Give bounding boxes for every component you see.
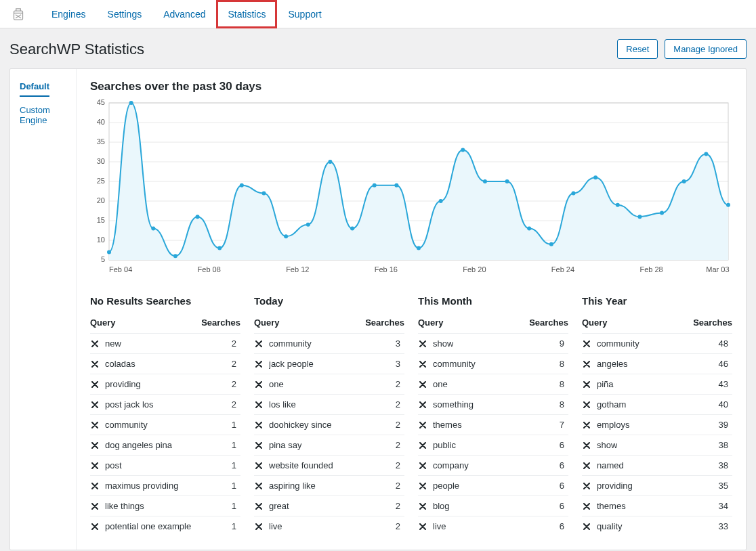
ignore-query-icon[interactable] — [90, 420, 100, 430]
ignore-query-icon[interactable] — [582, 441, 591, 450]
search-count: 1 — [232, 460, 240, 470]
table-row: blog6 — [418, 495, 568, 516]
ignore-query-icon[interactable] — [418, 481, 427, 491]
ignore-query-icon[interactable] — [254, 441, 264, 450]
query-text: pina say — [269, 440, 301, 450]
svg-text:30: 30 — [97, 157, 105, 165]
ignore-query-icon[interactable] — [418, 461, 427, 470]
ignore-query-icon[interactable] — [582, 461, 591, 470]
ignore-query-icon[interactable] — [90, 461, 100, 470]
ignore-query-icon[interactable] — [582, 359, 591, 369]
svg-point-32 — [373, 183, 377, 188]
ignore-query-icon[interactable] — [418, 359, 427, 369]
nav-tab-advanced[interactable]: Advanced — [152, 1, 216, 28]
ignore-query-icon[interactable] — [418, 522, 427, 531]
query-text: show — [597, 440, 617, 450]
svg-text:5: 5 — [101, 255, 105, 263]
ignore-query-icon[interactable] — [418, 441, 427, 450]
table-row: dog angeles pina1 — [90, 435, 240, 455]
table-header: QuerySearches — [418, 312, 568, 333]
page-title: SearchWP Statistics — [9, 41, 144, 58]
ignore-query-icon[interactable] — [254, 400, 264, 410]
ignore-query-icon[interactable] — [418, 339, 427, 349]
svg-text:25: 25 — [97, 177, 105, 185]
col-query: Query — [418, 317, 444, 328]
ignore-query-icon[interactable] — [90, 502, 100, 511]
ignore-query-icon[interactable] — [254, 461, 264, 470]
search-count: 7 — [560, 420, 568, 430]
ignore-query-icon[interactable] — [254, 380, 264, 389]
query-text: show — [433, 338, 453, 349]
query-text: aspiring like — [269, 481, 316, 491]
reset-button[interactable]: Reset — [617, 39, 658, 59]
manage-ignored-button[interactable]: Manage Ignored — [665, 39, 747, 59]
ignore-query-icon[interactable] — [90, 359, 100, 369]
ignore-query-icon[interactable] — [582, 380, 591, 389]
search-count: 48 — [719, 338, 732, 349]
ignore-query-icon[interactable] — [90, 380, 100, 389]
svg-point-26 — [240, 183, 244, 188]
sidebar-item-custom-engine[interactable]: Custom Engine — [20, 102, 66, 129]
ignore-query-icon[interactable] — [582, 339, 591, 349]
ignore-query-icon[interactable] — [90, 400, 100, 410]
nav-tab-settings[interactable]: Settings — [97, 1, 153, 28]
query-text: los like — [269, 399, 296, 410]
table-row: live6 — [418, 516, 568, 536]
ignore-query-icon[interactable] — [418, 380, 427, 389]
ignore-query-icon[interactable] — [418, 502, 427, 511]
svg-text:Feb 20: Feb 20 — [463, 265, 486, 273]
svg-point-27 — [262, 191, 266, 195]
search-count: 38 — [719, 440, 732, 450]
query-text: maximus providing — [105, 481, 178, 491]
query-text: community — [269, 338, 312, 349]
ignore-query-icon[interactable] — [90, 339, 100, 349]
table-row: something8 — [418, 394, 568, 414]
table-row: pina say2 — [254, 435, 404, 455]
svg-text:15: 15 — [97, 216, 105, 224]
stats-tables: No Results SearchesQuerySearchesnew2cola… — [90, 295, 732, 536]
search-count: 2 — [396, 521, 404, 531]
svg-text:Feb 16: Feb 16 — [375, 265, 398, 273]
table-header: QuerySearches — [254, 312, 404, 333]
ignore-query-icon[interactable] — [582, 502, 591, 511]
ignore-query-icon[interactable] — [418, 420, 427, 430]
ignore-query-icon[interactable] — [254, 359, 264, 369]
ignore-query-icon[interactable] — [418, 400, 427, 410]
table-row: show38 — [582, 435, 732, 455]
ignore-query-icon[interactable] — [254, 502, 264, 511]
col-searches: Searches — [693, 317, 732, 328]
ignore-query-icon[interactable] — [582, 400, 591, 410]
ignore-query-icon[interactable] — [254, 420, 264, 430]
table-row: angeles46 — [582, 353, 732, 374]
query-text: community — [597, 338, 639, 349]
search-count: 1 — [232, 501, 240, 511]
nav-tab-support[interactable]: Support — [277, 1, 332, 28]
ignore-query-icon[interactable] — [254, 339, 264, 349]
table-row: show9 — [418, 333, 568, 353]
query-text: community — [433, 359, 476, 369]
svg-text:40: 40 — [97, 118, 105, 126]
search-count: 2 — [232, 379, 240, 389]
ignore-query-icon[interactable] — [254, 522, 264, 531]
table-row: themes34 — [582, 495, 732, 516]
nav-tabs: EnginesSettingsAdvancedStatisticsSupport — [41, 1, 333, 28]
nav-tab-engines[interactable]: Engines — [41, 1, 97, 28]
nav-tab-statistics[interactable]: Statistics — [216, 0, 277, 28]
query-text: like things — [105, 501, 144, 511]
search-count: 46 — [719, 359, 732, 369]
svg-point-22 — [151, 227, 155, 231]
svg-point-31 — [350, 227, 354, 231]
ignore-query-icon[interactable] — [582, 420, 591, 430]
ignore-query-icon[interactable] — [90, 481, 100, 491]
svg-point-23 — [173, 254, 177, 258]
ignore-query-icon[interactable] — [582, 481, 591, 491]
ignore-query-icon[interactable] — [254, 481, 264, 491]
ignore-query-icon[interactable] — [582, 522, 591, 531]
table-header: QuerySearches — [582, 312, 732, 333]
sidebar-item-default[interactable]: Default — [20, 79, 49, 97]
ignore-query-icon[interactable] — [90, 522, 100, 531]
query-text: providing — [105, 379, 141, 389]
ignore-query-icon[interactable] — [90, 441, 100, 450]
search-count: 1 — [232, 420, 240, 430]
table-row: community1 — [90, 414, 240, 435]
